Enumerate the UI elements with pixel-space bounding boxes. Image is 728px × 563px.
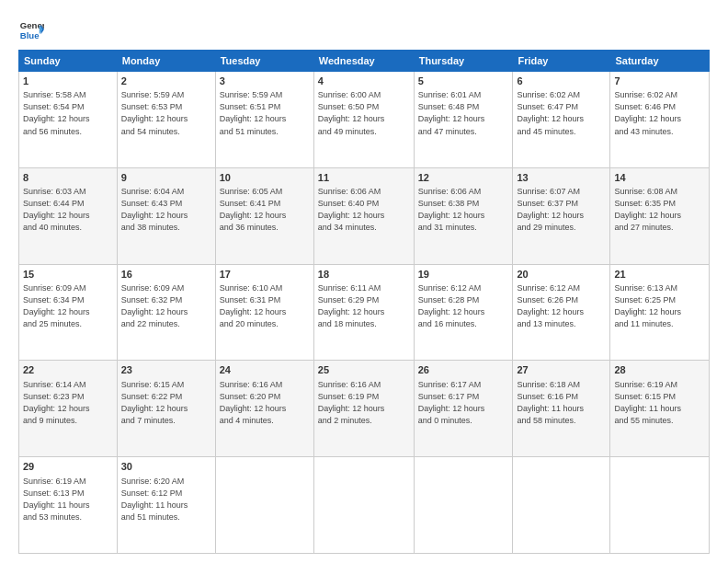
day-number: 23 [121, 363, 211, 377]
calendar-cell: 4Sunrise: 6:00 AMSunset: 6:50 PMDaylight… [313, 72, 414, 168]
day-number: 12 [418, 171, 509, 185]
day-number: 27 [517, 363, 606, 377]
day-info: Sunrise: 6:07 AMSunset: 6:37 PMDaylight:… [517, 186, 606, 234]
day-info: Sunrise: 6:01 AMSunset: 6:48 PMDaylight:… [418, 89, 509, 137]
col-header-monday: Monday [117, 51, 215, 72]
calendar-cell [414, 457, 513, 554]
calendar-cell: 20Sunrise: 6:12 AMSunset: 6:26 PMDayligh… [513, 264, 610, 361]
day-number: 6 [517, 75, 606, 88]
day-number: 11 [318, 171, 410, 185]
col-header-sunday: Sunday [19, 51, 118, 72]
svg-text:Blue: Blue [20, 30, 40, 40]
day-info: Sunrise: 6:10 AMSunset: 6:31 PMDaylight:… [220, 282, 310, 330]
day-info: Sunrise: 6:13 AMSunset: 6:25 PMDaylight:… [614, 282, 705, 330]
day-number: 10 [220, 171, 310, 185]
page-header: General Blue [18, 17, 710, 42]
calendar-cell [313, 457, 414, 554]
day-number: 7 [614, 75, 705, 88]
day-number: 3 [220, 75, 310, 88]
day-number: 15 [23, 268, 113, 282]
day-number: 26 [418, 363, 509, 377]
logo: General Blue [18, 17, 44, 42]
calendar-cell: 11Sunrise: 6:06 AMSunset: 6:40 PMDayligh… [313, 167, 414, 264]
day-number: 22 [23, 363, 113, 377]
calendar-week-row: 8Sunrise: 6:03 AMSunset: 6:44 PMDaylight… [19, 167, 710, 264]
day-info: Sunrise: 6:00 AMSunset: 6:50 PMDaylight:… [318, 89, 410, 137]
day-info: Sunrise: 6:12 AMSunset: 6:28 PMDaylight:… [418, 282, 509, 330]
day-number: 19 [418, 268, 509, 282]
calendar-cell: 7Sunrise: 6:02 AMSunset: 6:46 PMDaylight… [610, 72, 710, 168]
col-header-thursday: Thursday [414, 51, 513, 72]
day-number: 16 [121, 268, 211, 282]
calendar-cell: 23Sunrise: 6:15 AMSunset: 6:22 PMDayligh… [117, 361, 215, 457]
calendar-table: SundayMondayTuesdayWednesdayThursdayFrid… [18, 50, 710, 554]
calendar-cell: 27Sunrise: 6:18 AMSunset: 6:16 PMDayligh… [513, 361, 610, 457]
day-info: Sunrise: 6:08 AMSunset: 6:35 PMDaylight:… [614, 186, 705, 234]
day-info: Sunrise: 5:59 AMSunset: 6:51 PMDaylight:… [220, 89, 310, 137]
day-info: Sunrise: 6:03 AMSunset: 6:44 PMDaylight:… [23, 186, 113, 234]
calendar-cell: 16Sunrise: 6:09 AMSunset: 6:32 PMDayligh… [117, 264, 215, 361]
day-info: Sunrise: 6:11 AMSunset: 6:29 PMDaylight:… [318, 282, 410, 330]
calendar-cell: 21Sunrise: 6:13 AMSunset: 6:25 PMDayligh… [610, 264, 710, 361]
col-header-saturday: Saturday [610, 51, 710, 72]
day-info: Sunrise: 6:12 AMSunset: 6:26 PMDaylight:… [517, 282, 606, 330]
day-info: Sunrise: 6:15 AMSunset: 6:22 PMDaylight:… [121, 379, 211, 427]
calendar-cell: 28Sunrise: 6:19 AMSunset: 6:15 PMDayligh… [610, 361, 710, 457]
calendar-cell: 26Sunrise: 6:17 AMSunset: 6:17 PMDayligh… [414, 361, 513, 457]
day-number: 9 [121, 171, 211, 185]
day-number: 29 [23, 460, 113, 474]
calendar-cell: 12Sunrise: 6:06 AMSunset: 6:38 PMDayligh… [414, 167, 513, 264]
day-info: Sunrise: 6:18 AMSunset: 6:16 PMDaylight:… [517, 379, 606, 427]
day-number: 5 [418, 75, 509, 88]
day-info: Sunrise: 6:16 AMSunset: 6:20 PMDaylight:… [220, 379, 310, 427]
calendar-cell: 9Sunrise: 6:04 AMSunset: 6:43 PMDaylight… [117, 167, 215, 264]
calendar-week-row: 1Sunrise: 5:58 AMSunset: 6:54 PMDaylight… [19, 72, 710, 168]
day-number: 24 [220, 363, 310, 377]
day-number: 8 [23, 171, 113, 185]
day-info: Sunrise: 6:17 AMSunset: 6:17 PMDaylight:… [418, 379, 509, 427]
calendar-cell [215, 457, 313, 554]
day-info: Sunrise: 6:19 AMSunset: 6:15 PMDaylight:… [614, 379, 705, 427]
day-number: 17 [220, 268, 310, 282]
calendar-cell: 3Sunrise: 5:59 AMSunset: 6:51 PMDaylight… [215, 72, 313, 168]
calendar-header-row: SundayMondayTuesdayWednesdayThursdayFrid… [19, 51, 710, 72]
day-info: Sunrise: 6:20 AMSunset: 6:12 PMDaylight:… [121, 476, 211, 523]
calendar-cell: 19Sunrise: 6:12 AMSunset: 6:28 PMDayligh… [414, 264, 513, 361]
calendar-cell: 22Sunrise: 6:14 AMSunset: 6:23 PMDayligh… [19, 361, 118, 457]
calendar-cell: 2Sunrise: 5:59 AMSunset: 6:53 PMDaylight… [117, 72, 215, 168]
calendar-cell: 24Sunrise: 6:16 AMSunset: 6:20 PMDayligh… [215, 361, 313, 457]
col-header-wednesday: Wednesday [313, 51, 414, 72]
day-info: Sunrise: 6:09 AMSunset: 6:34 PMDaylight:… [23, 282, 113, 330]
calendar-week-row: 22Sunrise: 6:14 AMSunset: 6:23 PMDayligh… [19, 361, 710, 457]
day-number: 20 [517, 268, 606, 282]
calendar-week-row: 29Sunrise: 6:19 AMSunset: 6:13 PMDayligh… [19, 457, 710, 554]
calendar-cell: 5Sunrise: 6:01 AMSunset: 6:48 PMDaylight… [414, 72, 513, 168]
calendar-cell: 18Sunrise: 6:11 AMSunset: 6:29 PMDayligh… [313, 264, 414, 361]
day-info: Sunrise: 6:04 AMSunset: 6:43 PMDaylight:… [121, 186, 211, 234]
day-info: Sunrise: 6:06 AMSunset: 6:38 PMDaylight:… [418, 186, 509, 234]
calendar-cell: 10Sunrise: 6:05 AMSunset: 6:41 PMDayligh… [215, 167, 313, 264]
day-number: 30 [121, 460, 211, 474]
day-number: 13 [517, 171, 606, 185]
day-info: Sunrise: 6:14 AMSunset: 6:23 PMDaylight:… [23, 379, 113, 427]
calendar-cell: 14Sunrise: 6:08 AMSunset: 6:35 PMDayligh… [610, 167, 710, 264]
day-number: 2 [121, 75, 211, 88]
col-header-tuesday: Tuesday [215, 51, 313, 72]
logo-icon: General Blue [18, 17, 44, 42]
day-number: 28 [614, 363, 705, 377]
calendar-cell: 8Sunrise: 6:03 AMSunset: 6:44 PMDaylight… [19, 167, 118, 264]
day-info: Sunrise: 6:05 AMSunset: 6:41 PMDaylight:… [220, 186, 310, 234]
day-number: 21 [614, 268, 705, 282]
day-info: Sunrise: 5:58 AMSunset: 6:54 PMDaylight:… [23, 89, 113, 137]
day-number: 4 [318, 75, 410, 88]
day-number: 1 [23, 75, 113, 88]
day-number: 14 [614, 171, 705, 185]
day-number: 25 [318, 363, 410, 377]
day-info: Sunrise: 5:59 AMSunset: 6:53 PMDaylight:… [121, 89, 211, 137]
calendar-week-row: 15Sunrise: 6:09 AMSunset: 6:34 PMDayligh… [19, 264, 710, 361]
calendar-cell: 25Sunrise: 6:16 AMSunset: 6:19 PMDayligh… [313, 361, 414, 457]
calendar-cell [513, 457, 610, 554]
day-info: Sunrise: 6:19 AMSunset: 6:13 PMDaylight:… [23, 476, 113, 523]
col-header-friday: Friday [513, 51, 610, 72]
calendar-cell: 30Sunrise: 6:20 AMSunset: 6:12 PMDayligh… [117, 457, 215, 554]
